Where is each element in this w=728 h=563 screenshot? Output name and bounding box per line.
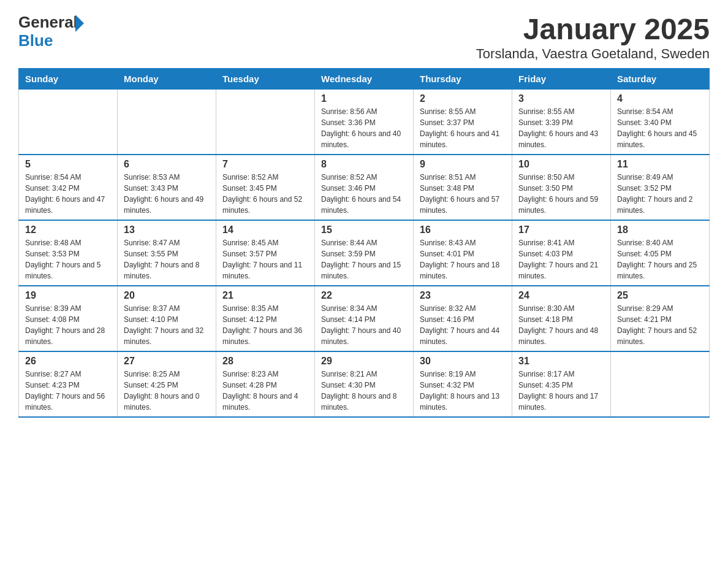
table-row xyxy=(216,90,315,155)
day-number: 25 xyxy=(617,290,703,301)
header-thursday: Thursday xyxy=(414,69,512,90)
day-number: 29 xyxy=(321,356,407,367)
logo-arrow-icon xyxy=(75,15,84,32)
day-info: Sunrise: 8:51 AM Sunset: 3:48 PM Dayligh… xyxy=(420,172,506,216)
day-info: Sunrise: 8:17 AM Sunset: 4:35 PM Dayligh… xyxy=(518,369,604,413)
day-number: 2 xyxy=(420,93,506,104)
calendar-week-row: 19Sunrise: 8:39 AM Sunset: 4:08 PM Dayli… xyxy=(19,286,710,351)
day-number: 24 xyxy=(518,290,604,301)
day-number: 20 xyxy=(124,290,210,301)
day-info: Sunrise: 8:29 AM Sunset: 4:21 PM Dayligh… xyxy=(617,303,703,347)
table-row: 8Sunrise: 8:52 AM Sunset: 3:46 PM Daylig… xyxy=(315,155,414,220)
day-number: 1 xyxy=(321,93,407,104)
table-row: 27Sunrise: 8:25 AM Sunset: 4:25 PM Dayli… xyxy=(118,351,216,417)
day-number: 12 xyxy=(25,224,111,236)
table-row: 16Sunrise: 8:43 AM Sunset: 4:01 PM Dayli… xyxy=(414,220,512,286)
calendar-subtitle: Torslanda, Vaestra Goetaland, Sweden xyxy=(476,46,710,62)
header-friday: Friday xyxy=(512,69,611,90)
day-info: Sunrise: 8:40 AM Sunset: 4:05 PM Dayligh… xyxy=(617,237,703,282)
table-row: 7Sunrise: 8:52 AM Sunset: 3:45 PM Daylig… xyxy=(216,155,315,220)
table-row: 3Sunrise: 8:55 AM Sunset: 3:39 PM Daylig… xyxy=(512,90,611,155)
day-number: 8 xyxy=(321,159,407,170)
logo: General Blue xyxy=(18,12,84,50)
day-number: 30 xyxy=(420,356,506,367)
day-info: Sunrise: 8:54 AM Sunset: 3:42 PM Dayligh… xyxy=(25,172,111,216)
day-info: Sunrise: 8:41 AM Sunset: 4:03 PM Dayligh… xyxy=(518,237,604,282)
day-info: Sunrise: 8:37 AM Sunset: 4:10 PM Dayligh… xyxy=(124,303,210,347)
table-row: 30Sunrise: 8:19 AM Sunset: 4:32 PM Dayli… xyxy=(414,351,512,417)
table-row: 11Sunrise: 8:49 AM Sunset: 3:52 PM Dayli… xyxy=(611,155,710,220)
table-row xyxy=(611,351,710,417)
day-info: Sunrise: 8:49 AM Sunset: 3:52 PM Dayligh… xyxy=(617,172,703,216)
calendar-week-row: 1Sunrise: 8:56 AM Sunset: 3:36 PM Daylig… xyxy=(19,90,710,155)
day-number: 17 xyxy=(518,224,604,236)
table-row: 5Sunrise: 8:54 AM Sunset: 3:42 PM Daylig… xyxy=(19,155,118,220)
title-block: January 2025 Torslanda, Vaestra Goetalan… xyxy=(476,12,710,62)
table-row: 13Sunrise: 8:47 AM Sunset: 3:55 PM Dayli… xyxy=(118,220,216,286)
header-saturday: Saturday xyxy=(611,69,710,90)
table-row: 9Sunrise: 8:51 AM Sunset: 3:48 PM Daylig… xyxy=(414,155,512,220)
table-row: 10Sunrise: 8:50 AM Sunset: 3:50 PM Dayli… xyxy=(512,155,611,220)
header-sunday: Sunday xyxy=(19,69,118,90)
logo-general: General xyxy=(18,13,78,31)
day-info: Sunrise: 8:54 AM Sunset: 3:40 PM Dayligh… xyxy=(617,106,703,150)
day-number: 31 xyxy=(518,356,604,367)
day-number: 10 xyxy=(518,159,604,170)
calendar-table: Sunday Monday Tuesday Wednesday Thursday… xyxy=(18,68,710,418)
day-number: 14 xyxy=(222,224,308,236)
day-info: Sunrise: 8:32 AM Sunset: 4:16 PM Dayligh… xyxy=(420,303,506,347)
day-number: 23 xyxy=(420,290,506,301)
table-row: 2Sunrise: 8:55 AM Sunset: 3:37 PM Daylig… xyxy=(414,90,512,155)
day-info: Sunrise: 8:52 AM Sunset: 3:46 PM Dayligh… xyxy=(321,172,407,216)
table-row: 17Sunrise: 8:41 AM Sunset: 4:03 PM Dayli… xyxy=(512,220,611,286)
day-info: Sunrise: 8:27 AM Sunset: 4:23 PM Dayligh… xyxy=(25,369,111,413)
table-row xyxy=(118,90,216,155)
table-row: 28Sunrise: 8:23 AM Sunset: 4:28 PM Dayli… xyxy=(216,351,315,417)
day-info: Sunrise: 8:55 AM Sunset: 3:37 PM Dayligh… xyxy=(420,106,506,150)
calendar-header-row: Sunday Monday Tuesday Wednesday Thursday… xyxy=(19,69,710,90)
table-row: 22Sunrise: 8:34 AM Sunset: 4:14 PM Dayli… xyxy=(315,286,414,351)
table-row: 15Sunrise: 8:44 AM Sunset: 3:59 PM Dayli… xyxy=(315,220,414,286)
day-info: Sunrise: 8:45 AM Sunset: 3:57 PM Dayligh… xyxy=(222,237,308,282)
day-info: Sunrise: 8:56 AM Sunset: 3:36 PM Dayligh… xyxy=(321,106,407,150)
header-monday: Monday xyxy=(118,69,216,90)
logo-blue: Blue xyxy=(18,32,84,50)
day-number: 16 xyxy=(420,224,506,236)
table-row: 21Sunrise: 8:35 AM Sunset: 4:12 PM Dayli… xyxy=(216,286,315,351)
day-info: Sunrise: 8:52 AM Sunset: 3:45 PM Dayligh… xyxy=(222,172,308,216)
day-info: Sunrise: 8:23 AM Sunset: 4:28 PM Dayligh… xyxy=(222,369,308,413)
day-info: Sunrise: 8:47 AM Sunset: 3:55 PM Dayligh… xyxy=(124,237,210,282)
day-number: 21 xyxy=(222,290,308,301)
table-row: 25Sunrise: 8:29 AM Sunset: 4:21 PM Dayli… xyxy=(611,286,710,351)
day-number: 22 xyxy=(321,290,407,301)
day-number: 11 xyxy=(617,159,703,170)
day-number: 13 xyxy=(124,224,210,236)
day-info: Sunrise: 8:34 AM Sunset: 4:14 PM Dayligh… xyxy=(321,303,407,347)
day-number: 7 xyxy=(222,159,308,170)
table-row: 26Sunrise: 8:27 AM Sunset: 4:23 PM Dayli… xyxy=(19,351,118,417)
day-info: Sunrise: 8:43 AM Sunset: 4:01 PM Dayligh… xyxy=(420,237,506,282)
table-row: 31Sunrise: 8:17 AM Sunset: 4:35 PM Dayli… xyxy=(512,351,611,417)
day-info: Sunrise: 8:39 AM Sunset: 4:08 PM Dayligh… xyxy=(25,303,111,347)
day-number: 18 xyxy=(617,224,703,236)
table-row: 4Sunrise: 8:54 AM Sunset: 3:40 PM Daylig… xyxy=(611,90,710,155)
calendar-week-row: 26Sunrise: 8:27 AM Sunset: 4:23 PM Dayli… xyxy=(19,351,710,417)
day-number: 26 xyxy=(25,356,111,367)
day-number: 9 xyxy=(420,159,506,170)
day-number: 4 xyxy=(617,93,703,104)
day-number: 6 xyxy=(124,159,210,170)
table-row: 20Sunrise: 8:37 AM Sunset: 4:10 PM Dayli… xyxy=(118,286,216,351)
day-info: Sunrise: 8:55 AM Sunset: 3:39 PM Dayligh… xyxy=(518,106,604,150)
header-tuesday: Tuesday xyxy=(216,69,315,90)
table-row: 1Sunrise: 8:56 AM Sunset: 3:36 PM Daylig… xyxy=(315,90,414,155)
table-row: 12Sunrise: 8:48 AM Sunset: 3:53 PM Dayli… xyxy=(19,220,118,286)
day-number: 5 xyxy=(25,159,111,170)
table-row: 29Sunrise: 8:21 AM Sunset: 4:30 PM Dayli… xyxy=(315,351,414,417)
day-number: 15 xyxy=(321,224,407,236)
header-wednesday: Wednesday xyxy=(315,69,414,90)
day-number: 3 xyxy=(518,93,604,104)
calendar-title: January 2025 xyxy=(476,12,710,46)
calendar-week-row: 12Sunrise: 8:48 AM Sunset: 3:53 PM Dayli… xyxy=(19,220,710,286)
day-number: 19 xyxy=(25,290,111,301)
page-header: General Blue January 2025 Torslanda, Vae… xyxy=(18,12,710,62)
